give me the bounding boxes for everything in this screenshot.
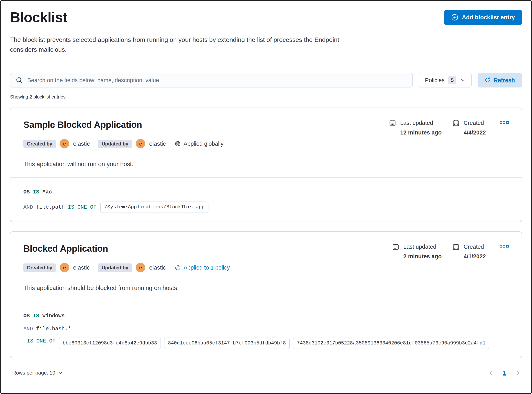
applied-globally-indicator: Applied globally bbox=[175, 140, 223, 147]
chevron-left-icon bbox=[488, 370, 494, 376]
criteria-condition-line: AND file.path IS ONE OF /System/Applicat… bbox=[23, 202, 509, 213]
chevron-down-icon bbox=[58, 371, 63, 375]
created-by-user: elastic bbox=[73, 264, 90, 271]
updated-by-badge: Updated by bbox=[98, 264, 132, 272]
rows-per-page-button[interactable]: Rows per page: 10 bbox=[10, 368, 65, 378]
boxes-horizontal-icon bbox=[500, 121, 509, 124]
criteria-operator: IS ONE OF bbox=[27, 337, 56, 345]
chevron-down-icon bbox=[460, 78, 465, 83]
criteria-value-box: bbe80313cf12098d3fc4d8a42e9dbb33 bbox=[59, 337, 161, 349]
blocklist-entry-card-2: Blocked Application Created by e elastic… bbox=[10, 231, 522, 358]
plus-circle-icon bbox=[451, 14, 458, 21]
last-updated-label: Last updated bbox=[403, 244, 442, 250]
last-updated-value: 2 minutes ago bbox=[403, 253, 442, 260]
applied-policy-label: Applied to 1 policy bbox=[183, 264, 230, 271]
policies-filter-label: Policies bbox=[425, 77, 445, 83]
last-updated-value: 12 minutes ago bbox=[400, 129, 442, 136]
entry-actions-menu-button[interactable] bbox=[500, 120, 509, 124]
created-label: Created bbox=[464, 120, 486, 126]
entry-criteria: OS IS Mac AND file.path IS ONE OF /Syste… bbox=[10, 177, 522, 222]
entry-criteria: OS IS Windows AND file.hash.* IS ONE OF … bbox=[10, 301, 522, 358]
toolbar: Policies 5 Refresh bbox=[10, 73, 522, 88]
updated-by-avatar: e bbox=[136, 263, 145, 272]
refresh-label: Refresh bbox=[494, 77, 515, 83]
entry-card-header: Sample Blocked Application Created by e … bbox=[10, 108, 522, 177]
chevron-right-icon bbox=[515, 370, 521, 376]
rows-per-page-label: Rows per page: 10 bbox=[12, 370, 55, 376]
search-icon bbox=[16, 77, 23, 83]
list-footer: Rows per page: 10 1 bbox=[10, 368, 522, 386]
partial-circle-icon bbox=[175, 265, 181, 270]
boxes-horizontal-icon bbox=[500, 245, 509, 248]
page-title: Blocklist bbox=[10, 9, 67, 26]
criteria-os-line: OS IS Mac bbox=[23, 189, 509, 196]
applied-globally-label: Applied globally bbox=[183, 140, 223, 147]
entry-subheader: Created by e elastic Updated by e elasti… bbox=[23, 263, 230, 272]
entry-meta: Last updated 12 minutes ago Created 4/4/… bbox=[389, 120, 509, 136]
criteria-conjunction: AND bbox=[23, 325, 33, 332]
entry-description: This application should be blocked from … bbox=[23, 284, 230, 292]
created-meta: Created 4/4/2022 bbox=[453, 120, 486, 136]
created-value: 4/4/2022 bbox=[464, 129, 486, 136]
page-1-button[interactable]: 1 bbox=[501, 369, 508, 377]
calendar-icon bbox=[453, 120, 459, 126]
pagination: 1 bbox=[487, 369, 522, 377]
updated-by-user: elastic bbox=[149, 140, 166, 147]
criteria-value-box: 840d1eee06baa05cf3147fb7ef003b5dfdb49bf8 bbox=[164, 337, 290, 349]
criteria-os-line: OS IS Windows bbox=[23, 312, 509, 320]
calendar-icon bbox=[389, 120, 396, 126]
previous-page-button[interactable] bbox=[487, 369, 495, 377]
created-by-badge: Created by bbox=[23, 140, 56, 148]
created-by-user: elastic bbox=[73, 140, 90, 147]
blocklist-entry-card-1: Sample Blocked Application Created by e … bbox=[10, 108, 522, 222]
add-blocklist-entry-label: Add blocklist entry bbox=[462, 14, 515, 21]
criteria-field: file.path bbox=[36, 204, 65, 211]
criteria-conjunction: AND bbox=[23, 204, 33, 211]
entry-card-header: Blocked Application Created by e elastic… bbox=[10, 232, 522, 301]
criteria-field: OS bbox=[23, 189, 30, 196]
criteria-value-box: 7438d3102c317b05228a350891363340206e81cf… bbox=[293, 337, 489, 349]
created-value: 4/1/2022 bbox=[464, 253, 486, 260]
last-updated-label: Last updated bbox=[400, 120, 442, 126]
updated-by-avatar: e bbox=[136, 139, 145, 148]
criteria-operator: IS bbox=[33, 312, 39, 320]
calendar-icon bbox=[453, 244, 459, 250]
entry-card-header-left: Blocked Application Created by e elastic… bbox=[23, 242, 230, 292]
criteria-field: file.hash.* bbox=[36, 325, 71, 332]
policies-filter-button[interactable]: Policies 5 bbox=[419, 73, 472, 88]
search-input[interactable] bbox=[27, 77, 407, 84]
page-description: The blocklist prevents selected applicat… bbox=[10, 35, 342, 54]
globe-icon bbox=[175, 141, 181, 147]
entry-subheader: Created by e elastic Updated by e elasti… bbox=[23, 139, 223, 148]
blocklist-page: Blocklist Add blocklist entry The blockl… bbox=[0, 0, 532, 386]
policies-count-badge: 5 bbox=[448, 76, 456, 84]
entry-description: This application will not run on your ho… bbox=[23, 160, 223, 168]
add-blocklist-entry-button[interactable]: Add blocklist entry bbox=[444, 10, 522, 25]
updated-by-user: elastic bbox=[149, 264, 166, 271]
created-meta: Created 4/1/2022 bbox=[453, 244, 486, 260]
applied-policy-link[interactable]: Applied to 1 policy bbox=[175, 264, 230, 271]
created-by-badge: Created by bbox=[23, 264, 56, 272]
criteria-value: Mac bbox=[42, 189, 52, 196]
next-page-button[interactable] bbox=[514, 369, 522, 377]
last-updated-meta: Last updated 2 minutes ago bbox=[392, 244, 442, 260]
refresh-button[interactable]: Refresh bbox=[478, 73, 522, 88]
entry-title: Blocked Application bbox=[23, 242, 230, 255]
entry-card-header-left: Sample Blocked Application Created by e … bbox=[23, 119, 223, 168]
page-header: Blocklist Add blocklist entry bbox=[10, 9, 522, 26]
entry-meta: Last updated 2 minutes ago Created 4/1/2… bbox=[392, 244, 509, 260]
criteria-operator: IS ONE OF bbox=[68, 204, 96, 211]
refresh-icon bbox=[485, 77, 491, 83]
last-updated-meta: Last updated 12 minutes ago bbox=[389, 120, 442, 136]
calendar-icon bbox=[392, 244, 399, 250]
entry-title: Sample Blocked Application bbox=[23, 119, 223, 131]
criteria-value: Windows bbox=[42, 312, 65, 320]
results-count: Showing 2 blocklist entries bbox=[10, 94, 522, 100]
criteria-condition-line: AND file.hash.* bbox=[23, 325, 509, 332]
criteria-values-line: IS ONE OF bbe80313cf12098d3fc4d8a42e9dbb… bbox=[27, 337, 509, 349]
created-by-avatar: e bbox=[60, 263, 69, 272]
criteria-value-box: /System/Applications/BlockThis.app bbox=[100, 202, 208, 213]
entry-actions-menu-button[interactable] bbox=[500, 244, 509, 248]
criteria-field: OS bbox=[23, 312, 30, 320]
updated-by-badge: Updated by bbox=[98, 140, 132, 148]
